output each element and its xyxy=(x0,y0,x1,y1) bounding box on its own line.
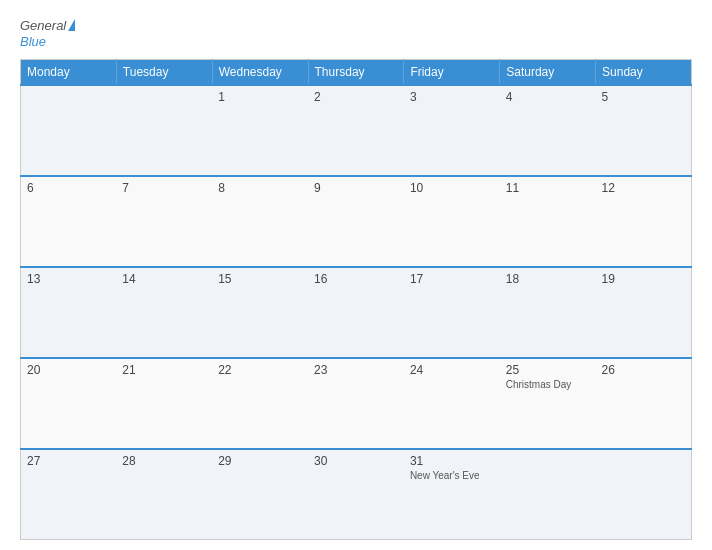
weekday-header-sunday: Sunday xyxy=(596,60,692,86)
day-number: 5 xyxy=(602,90,685,104)
calendar-cell: 20 xyxy=(21,358,117,449)
calendar-cell: 22 xyxy=(212,358,308,449)
calendar-cell: 28 xyxy=(116,449,212,540)
calendar-cell: 2 xyxy=(308,85,404,176)
calendar-cell: 26 xyxy=(596,358,692,449)
day-number: 9 xyxy=(314,181,398,195)
header: GeneralBlue xyxy=(20,18,692,49)
day-number: 23 xyxy=(314,363,398,377)
calendar-cell xyxy=(116,85,212,176)
calendar-cell: 25Christmas Day xyxy=(500,358,596,449)
day-number: 11 xyxy=(506,181,590,195)
holiday-label: New Year's Eve xyxy=(410,470,494,481)
day-number: 13 xyxy=(27,272,110,286)
calendar-cell: 30 xyxy=(308,449,404,540)
calendar-cell xyxy=(21,85,117,176)
day-number: 10 xyxy=(410,181,494,195)
weekday-header-friday: Friday xyxy=(404,60,500,86)
calendar-week-row: 2728293031New Year's Eve xyxy=(21,449,692,540)
day-number: 17 xyxy=(410,272,494,286)
weekday-header-row: MondayTuesdayWednesdayThursdayFridaySatu… xyxy=(21,60,692,86)
calendar-cell: 27 xyxy=(21,449,117,540)
calendar-cell: 7 xyxy=(116,176,212,267)
calendar-cell: 8 xyxy=(212,176,308,267)
calendar-week-row: 6789101112 xyxy=(21,176,692,267)
day-number: 29 xyxy=(218,454,302,468)
day-number: 15 xyxy=(218,272,302,286)
calendar-cell: 9 xyxy=(308,176,404,267)
day-number: 20 xyxy=(27,363,110,377)
calendar-cell: 4 xyxy=(500,85,596,176)
logo-triangle-icon xyxy=(68,19,75,31)
calendar-cell: 11 xyxy=(500,176,596,267)
day-number: 26 xyxy=(602,363,685,377)
weekday-header-thursday: Thursday xyxy=(308,60,404,86)
calendar-cell: 21 xyxy=(116,358,212,449)
calendar-cell: 5 xyxy=(596,85,692,176)
calendar-cell: 6 xyxy=(21,176,117,267)
calendar-cell xyxy=(500,449,596,540)
weekday-header-saturday: Saturday xyxy=(500,60,596,86)
calendar-cell xyxy=(596,449,692,540)
day-number: 6 xyxy=(27,181,110,195)
day-number: 12 xyxy=(602,181,685,195)
logo: GeneralBlue xyxy=(20,18,75,49)
weekday-header-wednesday: Wednesday xyxy=(212,60,308,86)
calendar-cell: 13 xyxy=(21,267,117,358)
calendar-cell: 3 xyxy=(404,85,500,176)
calendar-cell: 18 xyxy=(500,267,596,358)
weekday-header-tuesday: Tuesday xyxy=(116,60,212,86)
day-number: 19 xyxy=(602,272,685,286)
day-number: 16 xyxy=(314,272,398,286)
day-number: 4 xyxy=(506,90,590,104)
day-number: 1 xyxy=(218,90,302,104)
day-number: 30 xyxy=(314,454,398,468)
day-number: 27 xyxy=(27,454,110,468)
calendar-cell: 14 xyxy=(116,267,212,358)
calendar-cell: 12 xyxy=(596,176,692,267)
day-number: 28 xyxy=(122,454,206,468)
day-number: 24 xyxy=(410,363,494,377)
day-number: 25 xyxy=(506,363,590,377)
day-number: 22 xyxy=(218,363,302,377)
day-number: 8 xyxy=(218,181,302,195)
day-number: 18 xyxy=(506,272,590,286)
day-number: 14 xyxy=(122,272,206,286)
calendar-week-row: 12345 xyxy=(21,85,692,176)
calendar-cell: 15 xyxy=(212,267,308,358)
calendar-cell: 16 xyxy=(308,267,404,358)
calendar-cell: 29 xyxy=(212,449,308,540)
calendar-cell: 24 xyxy=(404,358,500,449)
calendar-week-row: 13141516171819 xyxy=(21,267,692,358)
calendar-cell: 19 xyxy=(596,267,692,358)
calendar-cell: 31New Year's Eve xyxy=(404,449,500,540)
day-number: 21 xyxy=(122,363,206,377)
day-number: 7 xyxy=(122,181,206,195)
day-number: 31 xyxy=(410,454,494,468)
calendar-page: GeneralBlue MondayTuesdayWednesdayThursd… xyxy=(0,0,712,550)
calendar-cell: 10 xyxy=(404,176,500,267)
calendar-cell: 17 xyxy=(404,267,500,358)
logo-general-text: General xyxy=(20,18,66,34)
day-number: 2 xyxy=(314,90,398,104)
weekday-header-monday: Monday xyxy=(21,60,117,86)
logo-blue-text: Blue xyxy=(20,34,75,50)
calendar-table: MondayTuesdayWednesdayThursdayFridaySatu… xyxy=(20,59,692,540)
calendar-week-row: 202122232425Christmas Day26 xyxy=(21,358,692,449)
holiday-label: Christmas Day xyxy=(506,379,590,390)
calendar-cell: 23 xyxy=(308,358,404,449)
day-number: 3 xyxy=(410,90,494,104)
calendar-cell: 1 xyxy=(212,85,308,176)
